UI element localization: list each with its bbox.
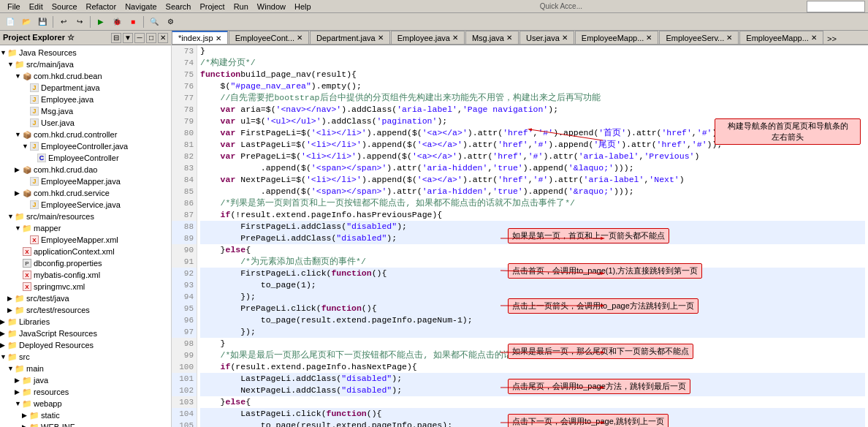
toolbar-redo[interactable]: ↪ (72, 15, 87, 29)
tree-arrow[interactable]: ▶ (22, 412, 29, 419)
toolbar-undo[interactable]: ↩ (56, 15, 71, 29)
tree-arrow[interactable]: ▶ (7, 306, 15, 314)
tab-close-btn[interactable]: ✕ (506, 34, 512, 42)
panel-minimize[interactable]: ─ (134, 33, 145, 43)
tree-item-src-test-resources[interactable]: ▶ 📁 src/test/resources (0, 304, 171, 316)
tree-item-deployed-resources[interactable]: ▶ 📁 Deployed Resources (0, 339, 171, 351)
tree-arrow[interactable]: ▶ (15, 166, 22, 173)
tab-close-btn[interactable]: ✕ (378, 34, 384, 42)
toolbar-new[interactable]: 📄 (3, 15, 18, 29)
tab-user[interactable]: User.java ✕ (519, 31, 574, 44)
toolbar-save[interactable]: 💾 (35, 15, 50, 29)
tree-item-js-resources[interactable]: ▶ 📁 JavaScript Resources (0, 328, 171, 339)
tree-arrow[interactable]: ▶ (15, 377, 22, 384)
tree-item-src-test-java[interactable]: ▶ 📁 src/test/java (0, 292, 171, 304)
quick-access-input[interactable] (807, 1, 865, 12)
panel-close[interactable]: ✕ (158, 33, 168, 43)
tab-employee-mapp1[interactable]: EmployeeMapp... ✕ (575, 31, 659, 44)
menu-project[interactable]: Project (195, 2, 229, 11)
tree-item-bean-pkg[interactable]: ▼ 📦 com.hkd.crud.bean (0, 70, 171, 82)
tree-item-msg[interactable]: J Msg.java (0, 105, 171, 117)
tree-item-service-pkg[interactable]: ▶ 📦 com.hkd.crud.service (0, 187, 171, 199)
tree-arrow[interactable]: ▼ (0, 49, 7, 56)
tree-arrow[interactable]: ▶ (0, 318, 7, 325)
tree-item-src-root[interactable]: ▼ 📁 src (0, 351, 171, 363)
tab-overflow-btn[interactable]: >> (824, 35, 840, 44)
tree-item-controller-pkg[interactable]: ▼ 📦 com.hkd.crud.controller (0, 129, 171, 140)
menu-source[interactable]: Source (47, 2, 82, 11)
tree-item-webapp[interactable]: ▼ 📁 webapp (0, 398, 171, 409)
tree-item-java-folder[interactable]: ▶ 📁 java (0, 374, 171, 386)
tree-arrow[interactable]: ▼ (15, 224, 22, 232)
menu-refactor[interactable]: Refactor (82, 2, 121, 11)
tab-close-btn[interactable]: ✕ (811, 34, 817, 42)
tab-close-btn[interactable]: ✕ (646, 34, 652, 42)
tree-item-static[interactable]: ▶ 📁 static (0, 409, 171, 421)
tree-item-employee-controller-file[interactable]: ▼ J EmployeeController.java (0, 140, 171, 152)
tab-index-jsp[interactable]: *index.jsp ✕ (172, 31, 228, 44)
toolbar-debug[interactable]: 🐞 (110, 15, 124, 29)
menu-edit[interactable]: Edit (25, 2, 47, 11)
toolbar-settings[interactable]: ⚙ (163, 15, 178, 29)
tab-close-btn[interactable]: ✕ (297, 34, 302, 42)
toolbar-run[interactable]: ▶ (94, 15, 108, 29)
tree-item-main[interactable]: ▼ 📁 main (0, 363, 171, 374)
menu-file[interactable]: File (3, 2, 25, 11)
tree-item-java-resources[interactable]: ▼ 📁 Java Resources (0, 47, 171, 58)
tree-arrow[interactable]: ▶ (7, 295, 15, 302)
tab-employee-serv[interactable]: EmployeeServ... ✕ (659, 31, 739, 44)
tree-item-dbconfig[interactable]: P dbconfig.properties (0, 257, 171, 269)
tree-arrow[interactable]: ▼ (15, 72, 22, 80)
tree-item-webinf[interactable]: ▶ 📁 WEB-INF (0, 421, 171, 427)
tree-arrow[interactable]: ▼ (7, 213, 15, 220)
tab-employee-cont[interactable]: EmployeeCont... ✕ (229, 31, 309, 44)
tree-item-dao-pkg[interactable]: ▶ 📦 com.hkd.crud.dao (0, 164, 171, 175)
tab-department[interactable]: Department.java ✕ (310, 31, 390, 44)
tab-close-btn[interactable]: ✕ (562, 34, 568, 42)
panel-maximize[interactable]: □ (146, 33, 156, 43)
tree-item-employee-service[interactable]: J EmployeeService.java (0, 199, 171, 211)
tree-item-src-main-java[interactable]: ▼ 📁 src/main/java (0, 58, 171, 70)
menu-help[interactable]: Help (290, 2, 316, 11)
tree-item-employee-bean[interactable]: J Employee.java (0, 94, 171, 105)
tree-item-springmvc[interactable]: X springmvc.xml (0, 281, 171, 292)
tree-arrow[interactable]: ▼ (0, 353, 7, 360)
tab-close-btn[interactable]: ✕ (726, 34, 732, 42)
tree-arrow[interactable]: ▼ (15, 131, 22, 138)
tree-item-app-context[interactable]: X applicationContext.xml (0, 246, 171, 257)
tree-item-employee-controller-class[interactable]: C EmployeeController (0, 152, 171, 164)
toolbar-open[interactable]: 📂 (19, 15, 34, 29)
tab-employee-mapp2[interactable]: EmployeeMapp... ✕ (739, 31, 823, 44)
tree-item-employee-mapper-java[interactable]: J EmployeeMapper.java (0, 175, 171, 187)
tree-arrow[interactable]: ▶ (0, 341, 7, 349)
tab-msg[interactable]: Msg.java ✕ (465, 31, 519, 44)
tree-arrow[interactable]: ▼ (7, 365, 15, 372)
tree-item-resources-folder[interactable]: ▶ 📁 resources (0, 386, 171, 398)
tree-arrow[interactable]: ▼ (15, 400, 22, 407)
tree-item-department[interactable]: J Department.java (0, 82, 171, 94)
menu-navigate[interactable]: Navigate (121, 2, 161, 11)
tree-item-mybatis-config[interactable]: X mybatis-config.xml (0, 269, 171, 281)
toolbar-search[interactable]: 🔍 (147, 15, 161, 29)
menu-run[interactable]: Run (229, 2, 253, 11)
panel-header: Project Explorer ☆ ⊟ ▼ ─ □ ✕ (0, 31, 171, 45)
tree-item-src-main-resources[interactable]: ▼ 📁 src/main/resources (0, 211, 171, 222)
panel-menu[interactable]: ▼ (123, 33, 133, 43)
tree-item-employee-mapper-xml[interactable]: X EmployeeMapper.xml (0, 234, 171, 246)
tree-arrow[interactable]: ▶ (15, 388, 22, 396)
tab-employee-java[interactable]: Employee.java ✕ (391, 31, 465, 44)
tab-close-btn[interactable]: ✕ (452, 34, 458, 42)
tree-item-libraries[interactable]: ▶ 📁 Libraries (0, 316, 171, 328)
tab-close-btn[interactable]: ✕ (216, 34, 221, 42)
toolbar-stop[interactable]: ■ (126, 15, 140, 29)
menu-window[interactable]: Window (253, 2, 290, 11)
tree-arrow[interactable]: ▶ (22, 423, 29, 427)
tree-arrow[interactable]: ▼ (7, 61, 15, 68)
tree-arrow[interactable]: ▶ (15, 189, 22, 197)
menu-search[interactable]: Search (161, 2, 196, 11)
panel-collapse[interactable]: ⊟ (111, 33, 121, 43)
tree-arrow[interactable]: ▼ (22, 143, 29, 150)
tree-arrow[interactable]: ▶ (0, 330, 7, 337)
tree-item-mapper-folder[interactable]: ▼ 📁 mapper (0, 222, 171, 234)
tree-item-user[interactable]: J User.java (0, 117, 171, 129)
